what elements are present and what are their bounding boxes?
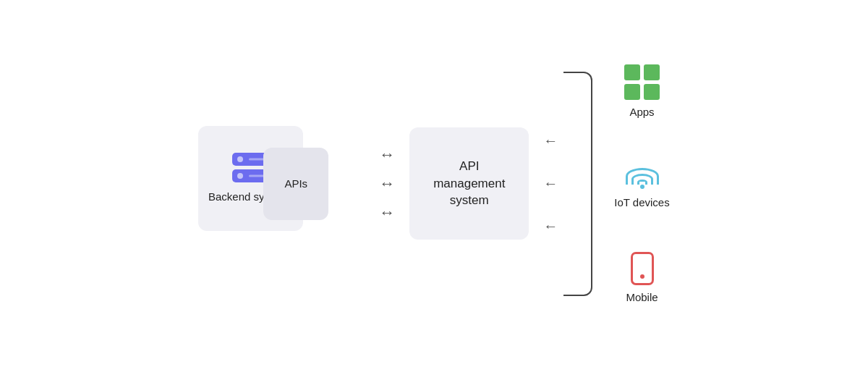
app-square-tl <box>624 64 640 80</box>
backend-group: Backend systems APIs <box>198 126 343 242</box>
wifi-dot <box>640 185 644 189</box>
apps-icon <box>624 64 660 100</box>
wifi-icon <box>624 161 661 190</box>
bracket-shape <box>563 72 592 296</box>
arrow-1: ↔ <box>379 147 395 163</box>
app-square-tr <box>644 64 660 80</box>
iot-item: IoT devices <box>614 161 669 208</box>
architecture-diagram: Backend systems APIs ↔ ↔ ↔ APImanagement… <box>198 64 669 303</box>
apps-item: Apps <box>614 64 669 118</box>
app-square-br <box>644 84 660 100</box>
bracket-arrow-3: ← <box>543 218 558 235</box>
bracket-arrow-1: ← <box>543 132 558 149</box>
app-square-bl <box>624 84 640 100</box>
mobile-home-button <box>640 274 644 279</box>
mobile-icon <box>631 252 654 285</box>
mobile-item: Mobile <box>614 252 669 303</box>
bracket-connector: ← ← ← <box>543 72 592 296</box>
apps-label: Apps <box>629 106 654 118</box>
apis-label: APIs <box>284 177 307 191</box>
mobile-label: Mobile <box>626 291 658 303</box>
left-arrows-group: ↔ ↔ ↔ <box>379 147 395 221</box>
bracket-arrow-2: ← <box>543 175 558 192</box>
iot-label: IoT devices <box>614 196 669 208</box>
arrow-2: ↔ <box>379 176 395 192</box>
api-management-label: APImanagementsystem <box>433 158 505 209</box>
api-management-card: APImanagementsystem <box>409 127 529 240</box>
bracket-arrows-group: ← ← ← <box>543 132 558 235</box>
arrow-3: ↔ <box>379 205 395 221</box>
wifi-arc-inner <box>637 180 647 185</box>
apis-card: APIs <box>263 148 328 220</box>
right-items-group: Apps IoT devices Mobile <box>614 64 669 303</box>
